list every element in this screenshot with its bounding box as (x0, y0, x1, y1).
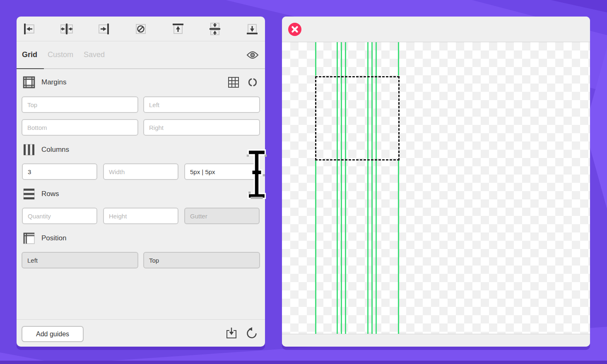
push-left-icon (22, 22, 36, 36)
margins-title: Margins (41, 78, 66, 86)
columns-icon (22, 143, 36, 157)
canvas-window-footer (282, 334, 590, 347)
columns-gutter-input[interactable] (184, 163, 260, 180)
columns-width-input[interactable] (103, 163, 178, 180)
close-icon (288, 23, 301, 36)
panel-footer: Add guides (17, 319, 265, 347)
columns-quantity-input[interactable] (22, 163, 97, 180)
push-bottom-button[interactable] (245, 22, 259, 36)
margins-grid-button[interactable] (227, 76, 240, 90)
margin-bottom-input[interactable] (22, 119, 138, 136)
canvas-window-header (282, 17, 590, 42)
position-title: Position (41, 234, 66, 242)
guide-line[interactable] (315, 160, 316, 334)
download-icon (225, 327, 238, 340)
clear-guides-button[interactable] (134, 22, 148, 36)
guide-line[interactable] (398, 160, 399, 334)
canvas-preview-window (282, 17, 590, 347)
reset-icon (246, 327, 259, 340)
close-button[interactable] (288, 23, 301, 36)
toggle-visibility-button[interactable] (246, 50, 259, 61)
rows-quantity-input[interactable] (22, 208, 97, 224)
margin-top-input[interactable] (22, 96, 138, 113)
margins-actions (227, 76, 259, 90)
tab-bar: Grid Custom Saved (17, 41, 265, 69)
margins-icon (22, 75, 36, 89)
rows-height-input[interactable] (103, 208, 178, 224)
tab-custom[interactable]: Custom (48, 50, 73, 59)
artboard-canvas (282, 42, 590, 334)
download-guides-button[interactable] (225, 327, 238, 342)
guide-line[interactable] (315, 42, 316, 76)
columns-section-header: Columns (17, 143, 265, 157)
tab-grid[interactable]: Grid (22, 50, 37, 59)
position-left-select[interactable] (22, 252, 138, 268)
push-top-icon (171, 22, 185, 36)
guides-settings-panel: Grid Custom Saved (17, 17, 265, 347)
push-left-button[interactable] (22, 22, 36, 36)
center-vertical-button[interactable] (208, 22, 222, 36)
clear-icon (134, 22, 148, 36)
margin-left-input[interactable] (143, 96, 260, 113)
position-top-select[interactable] (143, 252, 260, 268)
center-horizontal-button[interactable] (60, 22, 74, 36)
add-guides-button[interactable]: Add guides (22, 326, 84, 342)
rows-title: Rows (41, 190, 59, 198)
guide-line[interactable] (398, 42, 399, 76)
rows-icon (22, 187, 36, 201)
desktop-background: Grid Custom Saved (0, 0, 607, 364)
grid-icon (227, 76, 240, 89)
unlink-icon (246, 77, 259, 88)
push-right-icon (96, 22, 111, 36)
center-horizontal-icon (60, 22, 74, 36)
footer-icons (225, 327, 259, 342)
eye-icon (246, 50, 259, 60)
active-tab-underline (17, 68, 44, 69)
tab-saved[interactable]: Saved (84, 50, 105, 59)
position-section-header: Position (17, 231, 265, 245)
push-top-button[interactable] (171, 22, 185, 36)
position-icon (22, 231, 36, 245)
center-vertical-icon (208, 22, 222, 36)
unlink-margins-button[interactable] (246, 77, 259, 90)
selection-rect[interactable] (315, 76, 400, 160)
reset-button[interactable] (246, 327, 259, 342)
columns-title: Columns (41, 146, 69, 154)
rows-section-header: Rows (17, 187, 265, 201)
margin-right-input[interactable] (143, 119, 260, 136)
rows-gutter-input[interactable] (184, 208, 260, 224)
margins-section-header: Margins (17, 75, 265, 89)
push-right-button[interactable] (96, 22, 111, 36)
quick-guides-toolbar (17, 17, 265, 41)
push-bottom-icon (245, 22, 259, 36)
